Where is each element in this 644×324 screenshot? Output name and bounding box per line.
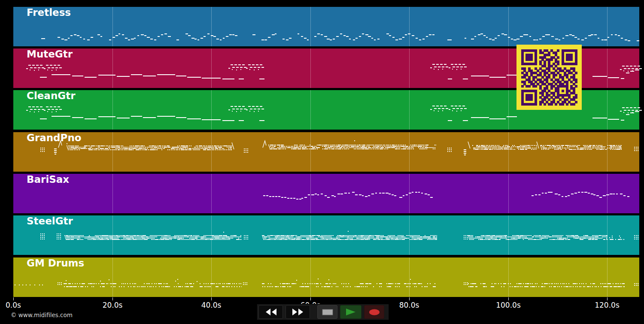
gridline bbox=[508, 215, 509, 255]
gridline bbox=[310, 90, 311, 130]
track-label: Fretless bbox=[27, 7, 71, 18]
track-row-barisax: BariSax bbox=[13, 174, 639, 213]
playback-controls bbox=[257, 304, 389, 320]
gridline bbox=[310, 7, 311, 46]
gridline bbox=[409, 174, 410, 213]
gridline bbox=[508, 90, 509, 130]
track-label: GM Drums bbox=[27, 257, 84, 269]
gridline bbox=[112, 132, 113, 172]
gridline bbox=[409, 132, 410, 172]
axis-tick bbox=[310, 297, 311, 300]
track-row-fretless: Fretless bbox=[13, 7, 639, 46]
gridline bbox=[508, 132, 509, 172]
gridline bbox=[112, 174, 113, 213]
track-label: CleanGtr bbox=[27, 90, 75, 101]
axis-tick bbox=[508, 297, 509, 300]
axis-tick-label: 0.0s bbox=[6, 301, 21, 309]
gridline bbox=[409, 215, 410, 255]
fast-forward-button[interactable] bbox=[286, 305, 310, 319]
gridline bbox=[211, 132, 212, 172]
track-row-grandpno: GrandPno bbox=[13, 132, 639, 172]
gridline bbox=[607, 48, 608, 88]
gridline bbox=[211, 48, 212, 88]
axis-tick-label: 20.0s bbox=[103, 301, 123, 309]
play-icon bbox=[344, 308, 358, 316]
gridline bbox=[607, 215, 608, 255]
gridline bbox=[607, 132, 608, 172]
qr-code bbox=[516, 45, 582, 110]
gridline bbox=[607, 257, 608, 297]
gridline bbox=[508, 7, 509, 46]
track-label: BariSax bbox=[27, 174, 69, 185]
gridline bbox=[112, 48, 113, 88]
axis-tick-label: 40.0s bbox=[201, 301, 222, 309]
gridline bbox=[211, 174, 212, 213]
gridline bbox=[508, 257, 509, 297]
stop-icon bbox=[321, 308, 334, 316]
axis-tick bbox=[112, 297, 113, 300]
track-label: SteelGtr bbox=[27, 215, 73, 227]
gridline bbox=[112, 257, 113, 297]
fast-forward-icon bbox=[290, 308, 306, 316]
gridline bbox=[409, 257, 410, 297]
play-button[interactable] bbox=[340, 305, 361, 319]
gridline bbox=[607, 174, 608, 213]
gridline bbox=[508, 174, 509, 213]
axis-tick bbox=[13, 297, 14, 300]
gridline bbox=[112, 215, 113, 255]
gridline bbox=[112, 90, 113, 130]
gridline bbox=[607, 7, 608, 46]
axis-tick-label: 120.0s bbox=[595, 301, 620, 309]
track-label: MuteGtr bbox=[27, 48, 73, 60]
gridline bbox=[211, 90, 212, 130]
axis-tick bbox=[409, 297, 410, 300]
axis-tick bbox=[211, 297, 212, 300]
gridline bbox=[409, 48, 410, 88]
gridline bbox=[211, 7, 212, 46]
axis-tick bbox=[607, 297, 608, 300]
gridline bbox=[310, 257, 311, 297]
gridline bbox=[112, 7, 113, 46]
track-row-steelgtr: SteelGtr bbox=[13, 215, 639, 255]
gridline bbox=[508, 48, 509, 88]
axis-tick-label: 100.0s bbox=[496, 301, 521, 309]
axis-tick-label: 80.0s bbox=[399, 301, 419, 309]
gridline bbox=[607, 90, 608, 130]
track-row-gm-drums: GM Drums bbox=[13, 257, 639, 297]
track-label: GrandPno bbox=[27, 132, 82, 143]
rewind-button[interactable] bbox=[258, 305, 283, 319]
record-icon bbox=[368, 308, 381, 316]
gridline bbox=[310, 132, 311, 172]
copyright-text: © www.midifiles.com bbox=[11, 312, 73, 318]
gridline bbox=[310, 215, 311, 255]
gridline bbox=[409, 90, 410, 130]
gridline bbox=[409, 7, 410, 46]
rewind-icon bbox=[263, 308, 279, 316]
gridline bbox=[211, 257, 212, 297]
record-button[interactable] bbox=[364, 305, 384, 319]
gridline bbox=[310, 48, 311, 88]
gridline bbox=[211, 215, 212, 255]
stop-button[interactable] bbox=[317, 305, 337, 319]
midi-track-visualizer: FretlessMuteGtrCleanGtrGrandPnoBariSaxSt… bbox=[0, 0, 644, 324]
gridline bbox=[310, 174, 311, 213]
